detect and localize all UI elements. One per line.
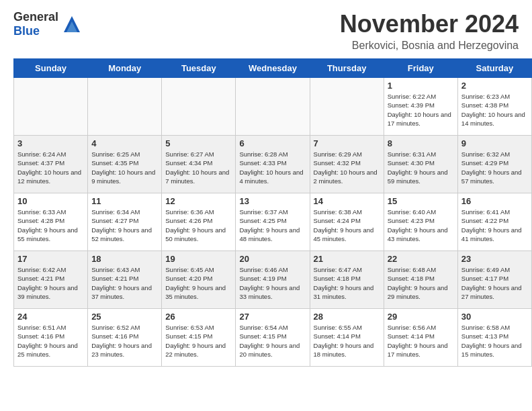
logo: General Blue bbox=[13, 10, 83, 38]
day-number: 22 bbox=[388, 254, 454, 264]
day-info: Sunrise: 6:31 AM Sunset: 4:30 PM Dayligh… bbox=[388, 150, 454, 185]
location: Berkovici, Bosnia and Herzegovina bbox=[340, 40, 519, 52]
day-info: Sunrise: 6:43 AM Sunset: 4:21 PM Dayligh… bbox=[91, 265, 158, 301]
day-number: 4 bbox=[91, 138, 158, 148]
calendar-table: Sunday Monday Tuesday Wednesday Thursday… bbox=[13, 58, 532, 367]
header: General Blue November 2024 Berkovici, Bo… bbox=[0, 0, 532, 58]
header-saturday: Saturday bbox=[457, 59, 531, 78]
day-number: 15 bbox=[388, 196, 454, 206]
calendar-wrapper: Sunday Monday Tuesday Wednesday Thursday… bbox=[0, 58, 532, 373]
day-info: Sunrise: 6:49 AM Sunset: 4:17 PM Dayligh… bbox=[461, 265, 528, 301]
header-wednesday: Wednesday bbox=[236, 59, 310, 78]
day-info: Sunrise: 6:45 AM Sunset: 4:20 PM Dayligh… bbox=[165, 265, 232, 301]
day-info: Sunrise: 6:27 AM Sunset: 4:34 PM Dayligh… bbox=[165, 150, 232, 185]
table-row: 12Sunrise: 6:36 AM Sunset: 4:26 PM Dayli… bbox=[162, 193, 236, 251]
day-number: 19 bbox=[165, 254, 232, 264]
day-info: Sunrise: 6:53 AM Sunset: 4:15 PM Dayligh… bbox=[165, 323, 232, 359]
day-info: Sunrise: 6:40 AM Sunset: 4:23 PM Dayligh… bbox=[388, 208, 454, 243]
table-row: 17Sunrise: 6:42 AM Sunset: 4:21 PM Dayli… bbox=[14, 251, 88, 309]
day-number: 29 bbox=[388, 312, 454, 322]
table-row bbox=[162, 78, 236, 136]
day-info: Sunrise: 6:34 AM Sunset: 4:27 PM Dayligh… bbox=[91, 208, 158, 243]
day-number: 25 bbox=[91, 312, 158, 322]
table-row: 22Sunrise: 6:48 AM Sunset: 4:18 PM Dayli… bbox=[384, 251, 457, 309]
week-row: 24Sunrise: 6:51 AM Sunset: 4:16 PM Dayli… bbox=[14, 309, 532, 367]
day-number: 9 bbox=[461, 138, 528, 148]
day-info: Sunrise: 6:24 AM Sunset: 4:37 PM Dayligh… bbox=[17, 150, 84, 185]
day-info: Sunrise: 6:23 AM Sunset: 4:38 PM Dayligh… bbox=[461, 92, 528, 128]
table-row: 10Sunrise: 6:33 AM Sunset: 4:28 PM Dayli… bbox=[14, 193, 88, 251]
table-row: 29Sunrise: 6:56 AM Sunset: 4:14 PM Dayli… bbox=[384, 309, 457, 367]
table-row: 6Sunrise: 6:28 AM Sunset: 4:33 PM Daylig… bbox=[236, 136, 310, 193]
header-friday: Friday bbox=[384, 59, 457, 78]
day-number: 3 bbox=[17, 138, 84, 148]
day-number: 10 bbox=[17, 196, 84, 206]
day-header-row: Sunday Monday Tuesday Wednesday Thursday… bbox=[14, 59, 532, 78]
table-row bbox=[236, 78, 310, 136]
table-row: 3Sunrise: 6:24 AM Sunset: 4:37 PM Daylig… bbox=[14, 136, 88, 193]
table-row: 20Sunrise: 6:46 AM Sunset: 4:19 PM Dayli… bbox=[236, 251, 310, 309]
table-row: 19Sunrise: 6:45 AM Sunset: 4:20 PM Dayli… bbox=[162, 251, 236, 309]
day-number: 1 bbox=[388, 81, 454, 91]
day-number: 23 bbox=[461, 254, 528, 264]
table-row: 24Sunrise: 6:51 AM Sunset: 4:16 PM Dayli… bbox=[14, 309, 88, 367]
table-row: 14Sunrise: 6:38 AM Sunset: 4:24 PM Dayli… bbox=[310, 193, 384, 251]
header-monday: Monday bbox=[88, 59, 162, 78]
day-number: 28 bbox=[314, 312, 380, 322]
day-info: Sunrise: 6:47 AM Sunset: 4:18 PM Dayligh… bbox=[314, 265, 380, 301]
day-number: 8 bbox=[388, 138, 454, 148]
day-info: Sunrise: 6:22 AM Sunset: 4:39 PM Dayligh… bbox=[388, 92, 454, 128]
logo-blue-text: Blue bbox=[13, 24, 40, 38]
table-row: 15Sunrise: 6:40 AM Sunset: 4:23 PM Dayli… bbox=[384, 193, 457, 251]
header-sunday: Sunday bbox=[14, 59, 88, 78]
table-row: 25Sunrise: 6:52 AM Sunset: 4:16 PM Dayli… bbox=[88, 309, 162, 367]
day-number: 30 bbox=[461, 312, 528, 322]
logo-general-text: General bbox=[13, 10, 58, 24]
title-section: November 2024 Berkovici, Bosnia and Herz… bbox=[340, 10, 519, 52]
day-info: Sunrise: 6:37 AM Sunset: 4:25 PM Dayligh… bbox=[239, 208, 306, 243]
header-tuesday: Tuesday bbox=[162, 59, 236, 78]
day-info: Sunrise: 6:25 AM Sunset: 4:35 PM Dayligh… bbox=[91, 150, 158, 185]
day-info: Sunrise: 6:33 AM Sunset: 4:28 PM Dayligh… bbox=[17, 208, 84, 243]
day-number: 12 bbox=[165, 196, 232, 206]
table-row: 4Sunrise: 6:25 AM Sunset: 4:35 PM Daylig… bbox=[88, 136, 162, 193]
table-row: 13Sunrise: 6:37 AM Sunset: 4:25 PM Dayli… bbox=[236, 193, 310, 251]
day-info: Sunrise: 6:41 AM Sunset: 4:22 PM Dayligh… bbox=[461, 208, 528, 243]
table-row bbox=[310, 78, 384, 136]
table-row: 30Sunrise: 6:58 AM Sunset: 4:13 PM Dayli… bbox=[457, 309, 531, 367]
day-info: Sunrise: 6:55 AM Sunset: 4:14 PM Dayligh… bbox=[314, 323, 380, 359]
day-info: Sunrise: 6:36 AM Sunset: 4:26 PM Dayligh… bbox=[165, 208, 232, 243]
day-number: 16 bbox=[461, 196, 528, 206]
day-number: 18 bbox=[91, 254, 158, 264]
day-number: 21 bbox=[314, 254, 380, 264]
day-info: Sunrise: 6:54 AM Sunset: 4:15 PM Dayligh… bbox=[239, 323, 306, 359]
week-row: 17Sunrise: 6:42 AM Sunset: 4:21 PM Dayli… bbox=[14, 251, 532, 309]
day-info: Sunrise: 6:46 AM Sunset: 4:19 PM Dayligh… bbox=[239, 265, 306, 301]
table-row: 9Sunrise: 6:32 AM Sunset: 4:29 PM Daylig… bbox=[457, 136, 531, 193]
day-number: 13 bbox=[239, 196, 306, 206]
day-info: Sunrise: 6:58 AM Sunset: 4:13 PM Dayligh… bbox=[461, 323, 528, 359]
table-row: 18Sunrise: 6:43 AM Sunset: 4:21 PM Dayli… bbox=[88, 251, 162, 309]
table-row: 2Sunrise: 6:23 AM Sunset: 4:38 PM Daylig… bbox=[457, 78, 531, 136]
table-row: 16Sunrise: 6:41 AM Sunset: 4:22 PM Dayli… bbox=[457, 193, 531, 251]
table-row: 11Sunrise: 6:34 AM Sunset: 4:27 PM Dayli… bbox=[88, 193, 162, 251]
day-number: 17 bbox=[17, 254, 84, 264]
day-info: Sunrise: 6:51 AM Sunset: 4:16 PM Dayligh… bbox=[17, 323, 84, 359]
logo-icon bbox=[61, 13, 83, 35]
day-number: 11 bbox=[91, 196, 158, 206]
day-number: 7 bbox=[314, 138, 380, 148]
day-info: Sunrise: 6:32 AM Sunset: 4:29 PM Dayligh… bbox=[461, 150, 528, 185]
day-info: Sunrise: 6:52 AM Sunset: 4:16 PM Dayligh… bbox=[91, 323, 158, 359]
table-row: 1Sunrise: 6:22 AM Sunset: 4:39 PM Daylig… bbox=[384, 78, 457, 136]
day-number: 24 bbox=[17, 312, 84, 322]
day-number: 5 bbox=[165, 138, 232, 148]
day-info: Sunrise: 6:29 AM Sunset: 4:32 PM Dayligh… bbox=[314, 150, 380, 185]
day-info: Sunrise: 6:28 AM Sunset: 4:33 PM Dayligh… bbox=[239, 150, 306, 185]
table-row bbox=[14, 78, 88, 136]
table-row bbox=[88, 78, 162, 136]
day-number: 26 bbox=[165, 312, 232, 322]
table-row: 23Sunrise: 6:49 AM Sunset: 4:17 PM Dayli… bbox=[457, 251, 531, 309]
table-row: 26Sunrise: 6:53 AM Sunset: 4:15 PM Dayli… bbox=[162, 309, 236, 367]
table-row: 5Sunrise: 6:27 AM Sunset: 4:34 PM Daylig… bbox=[162, 136, 236, 193]
week-row: 3Sunrise: 6:24 AM Sunset: 4:37 PM Daylig… bbox=[14, 136, 532, 193]
